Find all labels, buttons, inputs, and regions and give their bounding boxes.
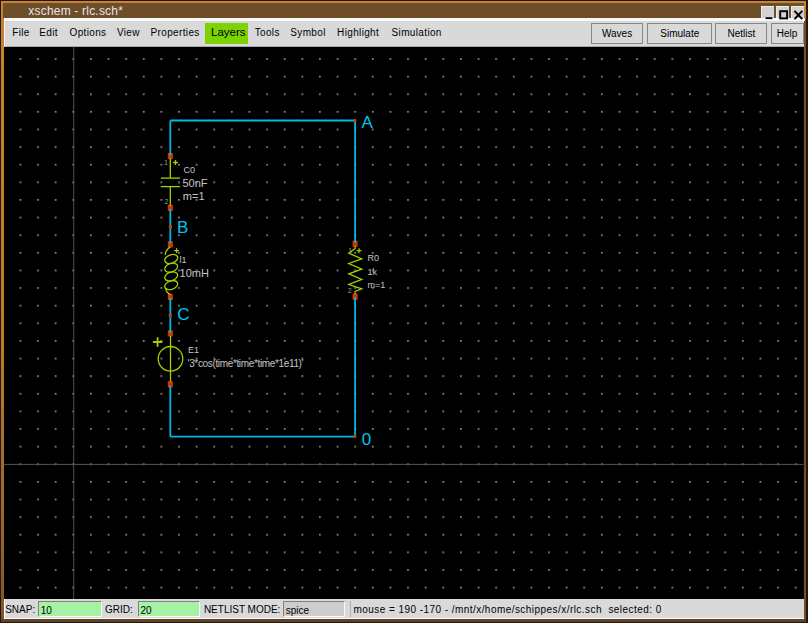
svg-text:10mH: 10mH	[180, 267, 209, 279]
svg-text:1k: 1k	[368, 267, 378, 277]
svg-text:'3*cos(time*time*time*1e11)': '3*cos(time*time*time*1e11)'	[188, 358, 304, 369]
svg-text:l1: l1	[180, 254, 187, 264]
svg-text:m=1: m=1	[368, 280, 386, 290]
svg-text:0: 0	[362, 430, 371, 449]
svg-text:2: 2	[165, 198, 169, 205]
svg-text:m=1: m=1	[183, 190, 205, 202]
svg-text:50nF: 50nF	[182, 177, 207, 189]
svg-text:1: 1	[164, 159, 168, 166]
svg-text:E1: E1	[188, 345, 199, 355]
svg-text:C: C	[177, 305, 189, 324]
svg-text:C0: C0	[184, 165, 196, 175]
svg-text:R0: R0	[367, 253, 379, 263]
svg-text:1: 1	[348, 247, 352, 254]
svg-text:2: 2	[348, 286, 352, 293]
svg-text:A: A	[362, 113, 374, 132]
svg-text:B: B	[177, 218, 188, 237]
